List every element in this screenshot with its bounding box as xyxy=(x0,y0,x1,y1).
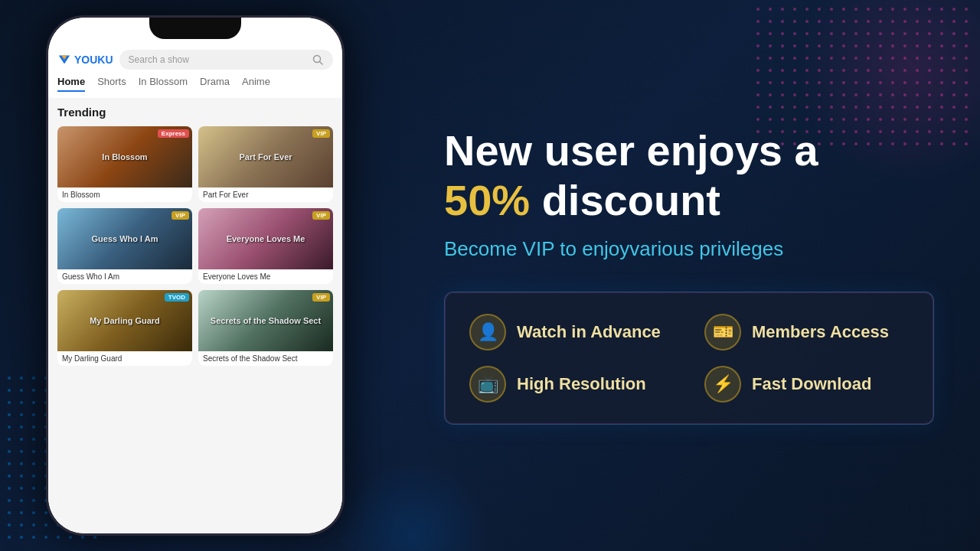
headline-line1: New user enjoys a xyxy=(444,126,818,174)
show-title: My Darling Guard xyxy=(57,351,192,366)
show-thumbnail-label: Guess Who I Am xyxy=(89,231,162,246)
show-card[interactable]: Everyone Loves MeVIPEveryone Loves Me xyxy=(198,208,333,284)
app-header: YOUKU Search a show xyxy=(48,45,342,76)
nav-tabs: Home Shorts In Blossom Drama Anime xyxy=(48,76,342,98)
show-title: Everyone Loves Me xyxy=(198,269,333,284)
youku-logo: YOUKU xyxy=(57,53,113,67)
tab-drama[interactable]: Drama xyxy=(200,76,230,92)
show-thumbnail: Guess Who I AmVIP xyxy=(57,208,192,269)
show-badge: VIP xyxy=(172,211,189,220)
show-badge: VIP xyxy=(312,129,330,138)
search-placeholder: Search a show xyxy=(129,54,307,65)
show-title: Part For Ever xyxy=(198,187,333,202)
show-thumbnail: My Darling GuardTVOD xyxy=(57,290,192,351)
phone-mockup: YOUKU Search a show Home Shorts In Blos xyxy=(46,15,368,543)
show-badge: VIP xyxy=(312,293,330,302)
feature-item-3: ⚡Fast Download xyxy=(704,366,909,403)
show-thumbnail-label: Part For Ever xyxy=(236,149,295,165)
feature-label: Watch in Advance xyxy=(517,322,661,342)
tab-in-blossom[interactable]: In Blossom xyxy=(139,76,188,92)
show-badge: TVOD xyxy=(165,293,189,302)
show-badge: VIP xyxy=(312,211,330,220)
tab-anime[interactable]: Anime xyxy=(242,76,270,92)
search-icon[interactable] xyxy=(312,54,324,66)
youku-brand-text: YOUKU xyxy=(74,54,113,66)
show-thumbnail-label: My Darling Guard xyxy=(87,313,163,328)
show-card[interactable]: My Darling GuardTVODMy Darling Guard xyxy=(57,290,192,366)
show-thumbnail-label: In Blossom xyxy=(99,149,150,165)
feature-item-1: 🎫Members Access xyxy=(704,314,909,350)
promo-area: New user enjoys a 50% discount Become VI… xyxy=(398,0,980,551)
phone-screen: YOUKU Search a show Home Shorts In Blos xyxy=(48,18,342,533)
promo-subtitle: Become VIP to enjoyvarious privileges xyxy=(444,237,934,261)
feature-icon: ⚡ xyxy=(704,366,741,403)
feature-label: Fast Download xyxy=(752,374,871,394)
tab-home[interactable]: Home xyxy=(57,76,85,92)
show-thumbnail: Secrets of the Shadow SectVIP xyxy=(198,290,333,351)
feature-label: High Resolution xyxy=(517,374,646,394)
show-title: Secrets of the Shadow Sect xyxy=(198,351,333,366)
tab-shorts[interactable]: Shorts xyxy=(97,76,126,92)
show-thumbnail: Part For EverVIP xyxy=(198,126,333,187)
show-title: Guess Who I Am xyxy=(57,269,192,284)
phone-side-button xyxy=(343,109,345,148)
youku-logo-icon xyxy=(57,53,71,67)
feature-icon: 📺 xyxy=(469,366,506,403)
feature-icon: 🎫 xyxy=(704,314,741,350)
show-thumbnail-label: Everyone Loves Me xyxy=(224,231,309,246)
show-card[interactable]: Guess Who I AmVIPGuess Who I Am xyxy=(57,208,192,284)
feature-item-0: 👤Watch in Advance xyxy=(469,314,674,350)
features-box: 👤Watch in Advance🎫Members Access📺High Re… xyxy=(444,292,934,425)
show-thumbnail-label: Secrets of the Shadow Sect xyxy=(207,313,324,328)
show-card[interactable]: Secrets of the Shadow SectVIPSecrets of … xyxy=(198,290,333,366)
show-thumbnail: In BlossomExpress xyxy=(57,126,192,187)
feature-icon: 👤 xyxy=(469,314,506,350)
headline-line3: discount xyxy=(542,176,720,224)
shows-grid: In BlossomExpressIn BlossomPart For Ever… xyxy=(57,126,333,366)
content-area: Trending In BlossomExpressIn BlossomPart… xyxy=(48,98,342,533)
show-thumbnail: Everyone Loves MeVIP xyxy=(198,208,333,269)
feature-item-2: 📺High Resolution xyxy=(469,366,674,403)
trending-title: Trending xyxy=(57,106,333,119)
search-bar[interactable]: Search a show xyxy=(119,50,333,70)
show-card[interactable]: In BlossomExpressIn Blossom xyxy=(57,126,192,202)
svg-line-3 xyxy=(320,62,323,65)
show-card[interactable]: Part For EverVIPPart For Ever xyxy=(198,126,333,202)
show-badge: Express xyxy=(158,129,189,138)
headline-discount: 50% xyxy=(444,176,530,224)
feature-label: Members Access xyxy=(752,322,889,342)
phone-notch xyxy=(149,18,241,39)
show-title: In Blossom xyxy=(57,187,192,202)
phone-frame: YOUKU Search a show Home Shorts In Blos xyxy=(46,15,345,536)
promo-headline: New user enjoys a 50% discount xyxy=(444,126,934,225)
